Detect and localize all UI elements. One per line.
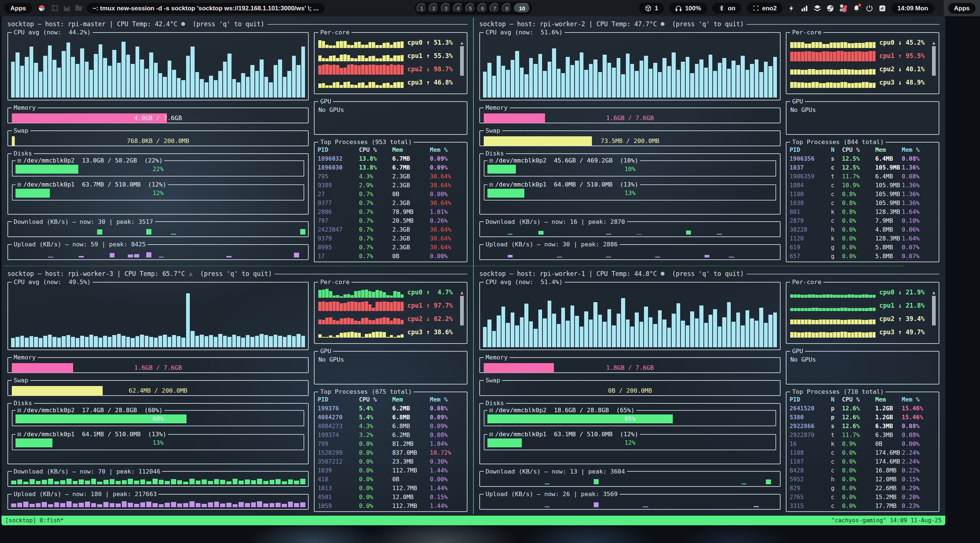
scroll-up-icon[interactable]: ▲ (459, 40, 465, 45)
download-box-label: Download (KB/s) — now: 70 | peak: 112046 (12, 468, 162, 475)
disk-entry: ⊟/dev/mmcblk0p2 17.4GB / 28.8GB (60%)60% (12, 407, 304, 426)
per-core-scrollbar[interactable]: ▲ (459, 290, 465, 339)
process-mem: 4.8MB (875, 225, 902, 234)
disk-name-usage: /dev/mmcblk0p1 63.7MB / 510.0MB (12%) (23, 181, 166, 188)
scroll-up-icon[interactable]: ▲ (931, 290, 936, 295)
core-row-cpu0: cpu0 ↑ 51.3% (318, 36, 464, 49)
process-cpu: 0.0% (359, 475, 392, 484)
cpu2-sparkline (790, 313, 875, 324)
process-cpu: 0.0% (842, 493, 875, 502)
core-row-cpu3: cpu3 ↑ 38.6% (318, 325, 464, 339)
notifications-bell-icon[interactable] (853, 5, 861, 12)
per-core-scrollbar[interactable]: ▲ (459, 40, 465, 90)
folder-icon[interactable] (75, 5, 82, 12)
disk-name-usage: /dev/mmcblk0p2 18.6GB / 28.8GB (65%) (495, 407, 635, 414)
process-cpu: 0.8% (842, 208, 875, 217)
usage-meter-text: 13% (487, 189, 773, 197)
usage-meter-text: 12% (487, 438, 773, 447)
process-mem: 16.8MB (875, 466, 902, 475)
apps-button-right[interactable]: Apps (948, 3, 976, 14)
clock-pill[interactable]: 14:09 Mon (891, 3, 934, 14)
workspace-1[interactable]: 1 (417, 3, 427, 13)
col-pid: PID (318, 395, 359, 404)
scroll-up-icon[interactable]: ▲ (931, 40, 936, 45)
bluetooth-pill[interactable]: on (712, 3, 741, 14)
window-count-pill[interactable]: 1 (639, 3, 664, 14)
process-pid: 1107 (789, 457, 831, 466)
tray-cluster-icon[interactable] (839, 4, 848, 12)
network-pill[interactable]: eno2 (747, 3, 783, 14)
cpu1-value: cpu1 ↑ 97.7% (407, 302, 453, 309)
workspace-2[interactable]: 2 (429, 3, 439, 13)
process-pid: 2922870 (789, 431, 831, 439)
usage-meter: 1.6GB / 7.6GB (484, 113, 776, 123)
upload-box-label: Upload (KB/s) — now: 59 | peak: 8425 (12, 241, 148, 248)
workspace-3[interactable]: 3 (441, 3, 451, 13)
process-cpu: 0.0% (359, 466, 392, 475)
activity-log-icon[interactable] (878, 5, 886, 12)
usage-bars-icon[interactable] (800, 5, 808, 12)
process-mempct: 0.09% (430, 163, 464, 172)
memory-box-label: Memory (12, 354, 38, 361)
pane-right-column: Per-corecpu0 ↓ 21.9%cpu1 ↓ 21.8%cpu2 ↑ 3… (786, 279, 939, 513)
workspace-10[interactable]: 10 (514, 3, 530, 13)
power-icon[interactable] (865, 5, 873, 12)
disk-icon: ⊟ (489, 431, 493, 438)
layers-icon[interactable] (813, 5, 821, 12)
process-row: 7954.3%2.3GB30.64% (318, 172, 464, 181)
disk-entry: ⊟/dev/mmcblk0p1 63.7MB / 510.0MB (12%)12… (12, 181, 304, 201)
window-icon[interactable] (51, 5, 59, 12)
per-core-scrollbar[interactable]: ▲ (931, 290, 936, 339)
process-mempct: 0.07% (902, 252, 936, 261)
process-row: 7990.0%81.2MB1.04% (318, 439, 464, 448)
usage-meter: 768.0KB / 200.0MB (12, 136, 304, 146)
process-table-header: PIDCPU %MemMem % (318, 395, 464, 404)
workspace-4[interactable]: 4 (453, 3, 463, 13)
swap-box-label: Swap (484, 127, 502, 134)
scroll-up-icon[interactable]: ▲ (459, 290, 465, 295)
process-name-initial: g (831, 484, 842, 493)
tmux-horizontal-divider[interactable] (3, 266, 905, 266)
process-row: 28060.7%78.9MB1.01% (318, 208, 464, 217)
workspace-7[interactable]: 7 (490, 3, 500, 13)
pane-left-column: CPU avg (now: 49.5%)Memory1.6GB / 7.6GBS… (7, 279, 309, 513)
process-mempct: 1.36% (902, 163, 936, 172)
panel-corner: Apps (944, 0, 980, 16)
col-mem: Mem (875, 145, 902, 154)
process-row: 1120k0.0%128.3MB1.64% (789, 234, 936, 243)
tray-app-icon[interactable] (37, 3, 47, 13)
scrollbar-thumb[interactable] (460, 296, 464, 325)
steam-icon[interactable] (826, 5, 834, 12)
core-row-cpu1: cpu1 ↓ 21.8% (789, 299, 936, 312)
process-pid: 1896032 (318, 154, 359, 163)
process-pid: 4501 (318, 493, 359, 502)
battery-bolt-icon[interactable] (788, 5, 795, 12)
per-core-box-label: Per-core (318, 279, 351, 285)
process-mem: 81.2MB (392, 439, 430, 448)
scrollbar-thumb[interactable] (932, 46, 936, 76)
gpu-box: GPUNo GPUs (314, 347, 468, 385)
per-core-scrollbar[interactable]: ▲ (931, 40, 936, 90)
tmux-status-bar: [socktop] 0:fish* "cachyos-gaming" 14:09… (2, 516, 945, 525)
process-mempct: 0.15% (430, 493, 464, 502)
process-mempct: 15.46% (902, 404, 936, 413)
process-mempct: 15.46% (902, 413, 936, 422)
volume-pill[interactable]: 100% (669, 3, 707, 14)
cpu-avg-graph (483, 40, 777, 97)
window-title-pill[interactable]: ~: tmux new-session -d -s socktop 'sockt… (87, 3, 325, 14)
workspace-5[interactable]: 5 (465, 3, 476, 13)
process-mem: 6.2MB (392, 404, 430, 413)
usage-meter: 13% (16, 438, 301, 447)
process-pid: 1100 (789, 190, 831, 199)
mail-icon[interactable] (63, 5, 70, 12)
scrollbar-thumb[interactable] (932, 296, 936, 325)
process-mempct: 0.08% (430, 431, 464, 439)
terminal-window: socktop — host: rpi-master | CPU Temp: 4… (2, 16, 945, 525)
scrollbar-thumb[interactable] (460, 46, 464, 76)
workspace-6[interactable]: 6 (477, 3, 488, 13)
apps-button[interactable]: Apps (5, 3, 32, 14)
workspace-8[interactable]: 8 (502, 3, 512, 13)
tmux-window-label[interactable]: [socktop] 0:fish* (5, 517, 64, 524)
pane-title-rule (275, 274, 468, 274)
disk-icon: ⊟ (489, 157, 493, 164)
